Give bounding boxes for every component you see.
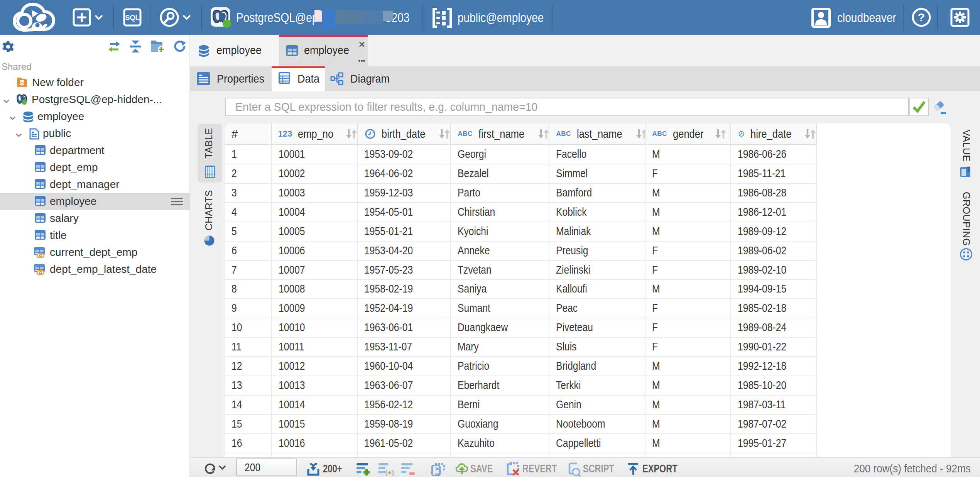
- svg-text:): ): [392, 469, 394, 476]
- svg-text:?: ?: [918, 11, 925, 24]
- svg-text:(: (: [385, 469, 388, 476]
- svg-text:SQL: SQL: [125, 14, 139, 22]
